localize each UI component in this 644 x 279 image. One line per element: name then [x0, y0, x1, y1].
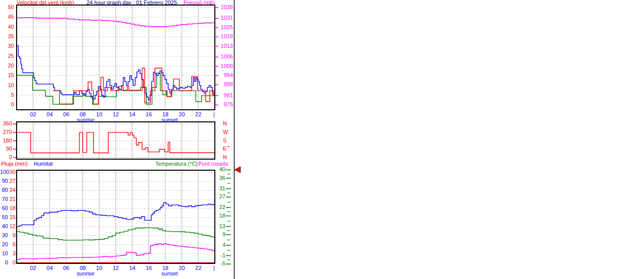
wind-red-line	[53, 68, 215, 104]
wind-axis-tick: 5	[0, 92, 14, 98]
humidity-axis-tick: 90	[0, 178, 8, 184]
hour-label: 04	[45, 112, 55, 117]
pressure-axis-title: Pressió (mb)	[175, 0, 215, 6]
pressure-axis-tick: 975	[218, 102, 233, 107]
rain-axis-tick: 27	[9, 178, 16, 184]
pressure-axis-tick: 994	[218, 73, 233, 78]
pressure-axis-tick: 1038	[218, 5, 233, 10]
humidity-axis-tick: 70	[0, 196, 8, 202]
wind-axis-tick: 10	[0, 83, 14, 88]
rain-axis-tick: 21	[9, 196, 16, 202]
wind-axis-tick: 0	[0, 102, 14, 107]
rain-axis-title: Pluja (mm)	[1, 161, 28, 167]
pressure-axis-tick: 988	[218, 82, 233, 87]
hour-label: 20	[177, 112, 187, 117]
pressure-axis-tick: 1019	[218, 34, 233, 39]
rain-axis-tick: 15	[9, 215, 16, 220]
hour-label: 06	[61, 112, 71, 117]
plot-canvas	[0, 0, 644, 279]
wind-axis-tick: 25	[0, 53, 14, 59]
hour-label: 20	[177, 265, 187, 271]
wind-axis-tick: 50	[0, 5, 14, 10]
sunrise-label: sunrise	[73, 271, 98, 276]
temperature-axis-tick: 13	[210, 224, 225, 229]
hour-label: 10	[94, 265, 104, 271]
rain-axis-tick: 24	[9, 187, 16, 193]
hour-label: 02	[28, 112, 38, 117]
humidity-axis-tick: 50	[0, 215, 8, 220]
humidity-axis-tick: 30	[0, 233, 8, 238]
direction-axis-tick: 360	[0, 121, 12, 126]
compass-axis-tick: E	[223, 146, 230, 152]
pressure-axis-tick: 1006	[218, 54, 233, 59]
hour-label: 22	[193, 112, 203, 117]
hour-label: 12	[111, 265, 121, 271]
rain-axis-tick: 30	[9, 169, 16, 175]
humidity-axis-tick: 40	[0, 224, 8, 229]
sunset-label: sunset	[157, 271, 182, 276]
humidity-axis-tick: 100	[0, 169, 8, 175]
hour-label: 10	[94, 112, 104, 117]
temperature-axis-tick: 4	[210, 242, 225, 248]
temperature-axis-title: Temperatura (°C)	[147, 161, 198, 167]
wind-axis-title: Velocitat del vent (kmh)	[17, 0, 74, 6]
humidity-axis-tick: 60	[0, 205, 8, 211]
hour-label: 22	[193, 265, 203, 271]
rain-axis-tick: 0	[9, 260, 16, 265]
axis-end-marker: |	[213, 112, 215, 117]
direction-axis-tick: 270	[0, 129, 12, 135]
rain-axis-tick: 12	[9, 224, 16, 229]
humidity-axis-tick: 20	[0, 242, 8, 247]
compass-axis-tick: N	[223, 121, 230, 126]
temperature-axis-tick: 31	[210, 186, 225, 191]
temperature-axis-tick: 40	[210, 167, 225, 172]
humidity-axis-tick: 10	[0, 251, 8, 256]
compass-axis-tick: W	[223, 129, 230, 135]
rain-axis-tick: 6	[9, 242, 16, 247]
hour-label: 04	[45, 265, 55, 271]
temperature-axis-tick: 18	[210, 213, 225, 219]
axis-end-marker: |	[213, 265, 215, 271]
temperature-axis-tick: 22	[210, 204, 225, 210]
pressure-axis-tick: 981	[218, 93, 233, 98]
pressure-axis-tick: 1025	[218, 25, 233, 30]
current-value-marker-arrow	[234, 167, 240, 173]
temperature-axis-tick: 36	[210, 175, 225, 181]
wind-axis-tick: 35	[0, 34, 14, 39]
hour-label: 14	[127, 265, 137, 271]
temperature-axis-tick: -1	[210, 253, 225, 258]
wind-axis-tick: 40	[0, 24, 14, 30]
hour-label: 12	[111, 112, 121, 117]
pressure-axis-tick: 1031	[218, 15, 233, 21]
rain-axis-tick: 18	[9, 205, 16, 211]
graph-title: 24 hour graph day : 01 Febrero 2025	[87, 0, 177, 6]
wind-axis-tick: 20	[0, 63, 14, 68]
temperature-axis-tick: -5	[210, 261, 225, 266]
direction-axis-tick: 180	[0, 138, 12, 144]
weather-graph-window: Velocitat del vent (kmh) 24 hour graph d…	[0, 0, 644, 279]
hour-label: 16	[144, 265, 154, 271]
wind-axis-tick: 30	[0, 43, 14, 49]
humidity-axis-tick: 80	[0, 187, 8, 193]
hour-label: 14	[127, 112, 137, 117]
hour-label: 02	[28, 265, 38, 271]
humidity-axis-title: Humitat	[34, 161, 53, 167]
temperature-axis-tick: 9	[210, 232, 225, 237]
temperature-axis-tick: 27	[210, 194, 225, 199]
pressure-axis-tick: 1000	[218, 63, 233, 69]
direction-axis-tick: 0	[0, 155, 12, 160]
rain-axis-tick: 3	[9, 251, 16, 256]
humidity-axis-tick: 0	[0, 260, 8, 265]
sunset-label: sunset	[157, 117, 182, 123]
rain-axis-tick: 9	[9, 233, 16, 238]
hour-label: 16	[144, 112, 154, 117]
hour-label: 06	[61, 265, 71, 271]
direction-axis-tick: 90	[0, 146, 12, 152]
wind-axis-tick: 45	[0, 14, 14, 20]
compass-axis-tick: N	[223, 155, 230, 160]
compass-axis-tick: S	[223, 138, 230, 144]
sunrise-label: sunrise	[73, 117, 98, 123]
wind-axis-tick: 15	[0, 73, 14, 78]
pressure-axis-tick: 1013	[218, 43, 233, 49]
